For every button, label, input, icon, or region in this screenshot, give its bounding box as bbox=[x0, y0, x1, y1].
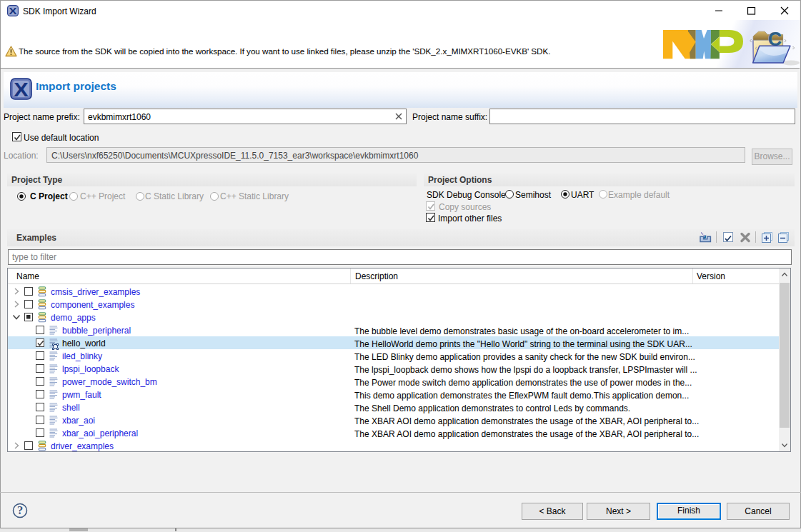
svg-text:X: X bbox=[9, 6, 17, 16]
svg-text:X: X bbox=[14, 79, 29, 101]
svg-text:?: ? bbox=[17, 503, 23, 517]
